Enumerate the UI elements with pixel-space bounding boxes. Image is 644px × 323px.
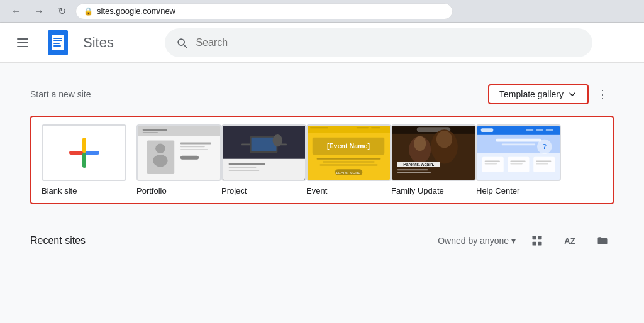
template-gallery-button[interactable]: Template gallery — [488, 84, 589, 104]
svg-text:LEARN MORE: LEARN MORE — [336, 171, 361, 175]
lock-icon: 🔒 — [84, 7, 93, 16]
template-card-portfolio[interactable]: Portfolio — [136, 124, 221, 195]
template-card-help-center[interactable]: ? Help Center — [476, 124, 561, 195]
svg-point-19 — [155, 143, 165, 153]
svg-rect-79 — [533, 236, 536, 240]
svg-rect-66 — [496, 139, 541, 142]
svg-rect-34 — [229, 170, 260, 171]
svg-rect-37 — [310, 127, 328, 128]
svg-rect-22 — [180, 146, 205, 147]
svg-rect-12 — [82, 153, 86, 168]
svg-rect-36 — [308, 125, 390, 133]
svg-rect-2 — [17, 46, 28, 47]
svg-rect-23 — [180, 149, 208, 150]
svg-rect-24 — [180, 156, 199, 160]
project-label: Project — [221, 186, 247, 195]
svg-rect-32 — [229, 163, 265, 165]
family-update-label: Family Update — [391, 186, 444, 195]
grid-icon — [531, 234, 543, 247]
template-card-family-update[interactable]: Parents. Again. Family Update — [391, 124, 476, 195]
more-options-icon: ⋮ — [597, 87, 608, 101]
svg-rect-72 — [533, 157, 555, 172]
svg-rect-1 — [17, 42, 28, 43]
svg-rect-64 — [546, 129, 553, 131]
section-title: Start a new site — [30, 89, 91, 99]
sort-icon: AZ — [564, 236, 575, 246]
svg-rect-31 — [223, 159, 305, 180]
forward-button[interactable]: → — [30, 3, 48, 20]
svg-text:Parents. Again.: Parents. Again. — [403, 162, 434, 167]
blank-site-label: Blank site — [42, 186, 77, 195]
help-center-thumbnail: ? — [476, 124, 561, 181]
event-label: Event — [306, 186, 327, 195]
recent-section: Recent sites Owned by anyone ▾ AZ — [30, 229, 614, 252]
expand-icon — [567, 89, 577, 99]
svg-rect-21 — [180, 143, 211, 145]
template-card-event[interactable]: [Event Name] LEARN MORE Event — [306, 124, 391, 195]
dropdown-icon: ▾ — [511, 236, 516, 246]
search-icon — [175, 36, 188, 49]
svg-rect-74 — [485, 163, 497, 164]
owner-filter-label: Owned by anyone — [438, 236, 509, 246]
portfolio-thumbnail — [136, 124, 221, 181]
svg-rect-67 — [502, 143, 535, 145]
search-bar[interactable] — [165, 28, 592, 57]
blank-site-thumbnail — [42, 124, 126, 181]
svg-rect-81 — [533, 242, 536, 246]
svg-text:?: ? — [543, 142, 547, 150]
template-card-project[interactable]: Project — [221, 124, 306, 195]
project-thumbnail — [221, 124, 306, 181]
svg-rect-33 — [229, 167, 257, 168]
svg-rect-63 — [536, 129, 543, 131]
svg-rect-16 — [143, 132, 158, 133]
svg-rect-7 — [53, 43, 60, 44]
grid-view-button[interactable] — [526, 229, 548, 252]
folder-button[interactable] — [591, 229, 614, 252]
hamburger-button[interactable] — [10, 30, 35, 55]
svg-rect-29 — [252, 138, 277, 151]
svg-rect-61 — [481, 128, 493, 132]
blank-site-card[interactable]: Blank site — [42, 124, 126, 195]
top-nav: Sites — [0, 23, 644, 63]
address-bar[interactable]: 🔒 sites.google.com/new — [75, 3, 453, 19]
recent-title: Recent sites — [30, 235, 86, 246]
svg-rect-80 — [538, 236, 542, 240]
svg-rect-6 — [53, 40, 62, 41]
svg-rect-43 — [323, 162, 374, 163]
svg-point-52 — [414, 136, 426, 151]
svg-rect-77 — [536, 161, 551, 162]
recent-controls: Owned by anyone ▾ AZ — [438, 229, 614, 252]
svg-rect-42 — [317, 158, 381, 160]
svg-rect-11 — [82, 138, 86, 153]
svg-rect-76 — [510, 163, 522, 164]
svg-rect-71 — [508, 157, 530, 172]
owner-filter[interactable]: Owned by anyone ▾ — [438, 236, 516, 246]
svg-rect-73 — [485, 161, 500, 162]
svg-rect-15 — [143, 129, 167, 131]
folder-icon — [596, 234, 609, 247]
svg-rect-75 — [510, 161, 525, 162]
svg-rect-9 — [69, 151, 84, 155]
svg-rect-44 — [319, 164, 377, 165]
search-input[interactable] — [196, 37, 582, 48]
help-center-label: Help Center — [476, 186, 519, 195]
section-header: Start a new site Template gallery ⋮ — [30, 83, 614, 106]
svg-rect-58 — [397, 172, 431, 173]
svg-rect-39 — [371, 127, 380, 128]
more-options-button[interactable]: ⋮ — [591, 83, 614, 106]
svg-rect-5 — [53, 38, 62, 39]
back-button[interactable]: ← — [8, 3, 25, 20]
svg-point-20 — [153, 155, 167, 167]
sort-button[interactable]: AZ — [558, 229, 581, 252]
event-thumbnail: [Event Name] LEARN MORE — [306, 124, 391, 181]
svg-rect-57 — [397, 169, 428, 170]
portfolio-label: Portfolio — [136, 186, 167, 195]
svg-rect-0 — [17, 38, 28, 40]
svg-rect-82 — [538, 242, 542, 246]
main-content: Start a new site Template gallery ⋮ — [0, 63, 644, 323]
svg-rect-8 — [53, 45, 61, 47]
app-name-label: Sites — [83, 35, 114, 51]
refresh-button[interactable]: ↻ — [53, 3, 70, 20]
svg-point-30 — [273, 134, 283, 146]
svg-rect-78 — [536, 163, 548, 164]
